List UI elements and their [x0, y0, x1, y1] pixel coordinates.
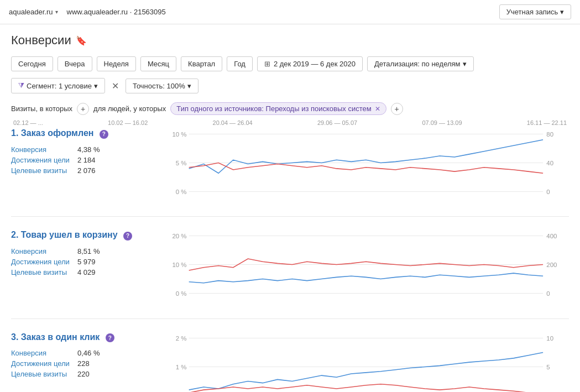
metric-label-2-2: Целевые визиты — [11, 268, 77, 276]
metric-value-3-1: 228 — [77, 359, 90, 368]
goal-name-3: Заказ в один клик — [21, 332, 100, 342]
goal-number-1: 1. — [11, 128, 18, 138]
header: aqualeader.ru ▾ www.aqualeader.ru · 2156… — [0, 0, 580, 24]
header-left: aqualeader.ru ▾ www.aqualeader.ru · 2156… — [9, 8, 166, 16]
metric-label-3-1: Достижения цели — [11, 359, 77, 368]
svg-text:20 %: 20 % — [172, 233, 186, 239]
metric-row-3-2: Целевые визиты 220 — [11, 370, 155, 378]
chart-row-1: 1. Заказ оформлен ? Конверсия 4,38 % Дос… — [11, 128, 569, 203]
period-year-button[interactable]: Год — [227, 56, 253, 71]
segment-chevron-icon: ▾ — [94, 82, 98, 90]
blue-line-2 — [189, 273, 543, 283]
filter-icon: ⧩ — [18, 81, 24, 90]
metric-row-2-0: Конверсия 8,51 % — [11, 247, 155, 255]
x-label-4: 07.09 — 13.09 — [422, 119, 462, 126]
charts-container: 02.12 — ...10.02 — 16.0220.04 — 26.0429.… — [11, 119, 569, 392]
svg-text:2 %: 2 % — [176, 334, 187, 341]
metric-value-3-0: 0,46 % — [77, 349, 100, 357]
site-url: www.aqualeader.ru · 21563095 — [67, 8, 166, 16]
metric-label-1-2: Целевые визиты — [11, 166, 77, 175]
segment-close-button[interactable]: ✕ — [109, 81, 121, 91]
site-selector[interactable]: aqualeader.ru ▾ — [9, 8, 58, 16]
chart-right-1: 10 % 5 % 0 % 80 40 0 — [166, 128, 569, 203]
bookmark-icon[interactable]: 🔖 — [76, 35, 87, 46]
period-today-button[interactable]: Сегодня — [11, 56, 53, 71]
accuracy-chevron-icon: ▾ — [187, 82, 191, 90]
svg-text:5: 5 — [546, 363, 550, 370]
page-title-row: Конверсии 🔖 — [11, 33, 569, 48]
date-range-label: 2 дек 2019 — 6 дек 2020 — [274, 60, 356, 68]
metric-row-3-0: Конверсия 0,46 % — [11, 349, 155, 357]
chart-svg-3: 2 % 1 % 0 % 10 5 0 — [166, 332, 569, 392]
x-axis-labels: 02.12 — ...10.02 — 16.0220.04 — 26.0429.… — [11, 119, 569, 126]
svg-text:0: 0 — [546, 189, 550, 195]
x-label-1: 10.02 — 16.02 — [108, 119, 148, 126]
calendar-icon: ⊞ — [264, 60, 270, 68]
site-name: aqualeader.ru — [9, 8, 53, 16]
metric-value-2-0: 8,51 % — [77, 247, 100, 255]
chart-row-3: 3. Заказ в один клик ? Конверсия 0,46 % … — [11, 332, 569, 392]
detail-button[interactable]: Детализация: по неделям ▾ — [367, 56, 474, 71]
goal-title-3[interactable]: 3. Заказ в один клик ? — [11, 332, 155, 343]
metric-value-3-2: 220 — [77, 370, 90, 378]
period-month-button[interactable]: Месяц — [140, 56, 176, 71]
metric-row-1-1: Достижения цели 2 184 — [11, 156, 155, 164]
metric-value-2-2: 4 029 — [77, 268, 96, 276]
date-range-button[interactable]: ⊞ 2 дек 2019 — 6 дек 2020 — [257, 56, 363, 71]
goal-section-1: 02.12 — ...10.02 — 16.0220.04 — 26.0429.… — [11, 119, 569, 217]
goal-number-3: 3. — [11, 332, 18, 342]
x-label-2: 20.04 — 26.04 — [213, 119, 253, 126]
toolbar: Сегодня Вчера Неделя Месяц Квартал Год ⊞… — [11, 56, 569, 71]
goal-help-icon-2[interactable]: ? — [123, 232, 132, 241]
chart-right-2: 20 % 10 % 0 % 400 200 0 — [166, 230, 569, 305]
metric-label-3-0: Конверсия — [11, 349, 77, 357]
metric-row-3-1: Достижения цели 228 — [11, 359, 155, 368]
chart-left-1: 1. Заказ оформлен ? Конверсия 4,38 % Дос… — [11, 128, 166, 177]
metric-row-2-1: Достижения цели 5 979 — [11, 258, 155, 266]
metric-row-2-2: Целевые визиты 4 029 — [11, 268, 155, 276]
goal-name-2: Товар ушел в корзину — [21, 230, 118, 239]
page-title: Конверсии — [11, 33, 71, 48]
filter-tag-close-button[interactable]: ✕ — [375, 105, 380, 113]
segment-button[interactable]: ⧩ Сегмент: 1 условие ▾ — [11, 78, 105, 93]
svg-text:80: 80 — [546, 131, 553, 138]
accuracy-label: Точность: 100% — [133, 82, 185, 90]
metrics-1: Конверсия 4,38 % Достижения цели 2 184 Ц… — [11, 145, 155, 175]
visits-label: Визиты, в которых — [11, 104, 72, 113]
red-line-1 — [189, 163, 543, 173]
header-right: Учетная запись ▾ — [499, 4, 571, 19]
add-visit-condition-button[interactable]: + — [77, 103, 89, 115]
goal-title-2[interactable]: 2. Товар ушел в корзину ? — [11, 230, 155, 241]
goal-title-1[interactable]: 1. Заказ оформлен ? — [11, 128, 155, 139]
detail-chevron-icon: ▾ — [463, 60, 467, 68]
x-label-5: 16.11 — 22.11 — [527, 119, 567, 126]
svg-text:5 %: 5 % — [176, 160, 187, 166]
goal-help-icon-1[interactable]: ? — [100, 130, 108, 139]
site-chevron-icon: ▾ — [55, 9, 58, 15]
metric-row-1-2: Целевые визиты 2 076 — [11, 166, 155, 175]
segment-row: ⧩ Сегмент: 1 условие ▾ ✕ Точность: 100% … — [11, 78, 569, 93]
accuracy-button[interactable]: Точность: 100% ▾ — [126, 79, 198, 93]
period-week-button[interactable]: Неделя — [97, 56, 136, 71]
detail-label: Детализация: по неделям — [374, 60, 461, 68]
chart-left-2: 2. Товар ушел в корзину ? Конверсия 8,51… — [11, 230, 166, 279]
metric-label-1-0: Конверсия — [11, 145, 77, 154]
svg-text:40: 40 — [546, 160, 553, 166]
chart-row-2: 2. Товар ушел в корзину ? Конверсия 8,51… — [11, 230, 569, 305]
red-line-3 — [189, 384, 543, 392]
metrics-3: Конверсия 0,46 % Достижения цели 228 Цел… — [11, 349, 155, 378]
svg-text:10: 10 — [546, 334, 553, 341]
goal-section-2: 2. Товар ушел в корзину ? Конверсия 8,51… — [11, 230, 569, 318]
for-people-label: для людей, у которых — [93, 104, 166, 113]
period-quarter-button[interactable]: Квартал — [181, 56, 222, 71]
metric-label-1-1: Достижения цели — [11, 156, 77, 164]
add-people-condition-button[interactable]: + — [391, 103, 403, 115]
svg-text:10 %: 10 % — [172, 131, 186, 138]
goal-section-3: 3. Заказ в один клик ? Конверсия 0,46 % … — [11, 332, 569, 392]
x-label-3: 29.06 — 05.07 — [317, 119, 357, 126]
segment-label: Сегмент: 1 условие — [27, 82, 92, 90]
metrics-2: Конверсия 8,51 % Достижения цели 5 979 Ц… — [11, 247, 155, 276]
account-button[interactable]: Учетная запись ▾ — [499, 4, 571, 19]
period-yesterday-button[interactable]: Вчера — [58, 56, 92, 71]
goal-help-icon-3[interactable]: ? — [106, 333, 114, 342]
